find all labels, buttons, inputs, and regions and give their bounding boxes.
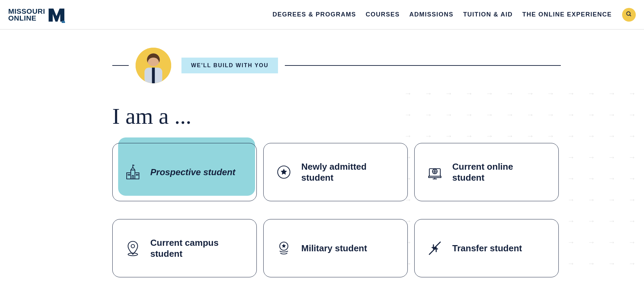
svg-rect-6 (152, 68, 155, 83)
primary-nav: DEGREES & PROGRAMS COURSES ADMISSIONS TU… (273, 11, 612, 18)
search-icon (626, 11, 632, 18)
card-school[interactable]: Prospective student (112, 143, 257, 201)
card-label: Transfer student (452, 243, 522, 254)
tagline-text: WE'LL BUILD WITH YOU (191, 62, 268, 68)
card-pin[interactable]: Current campus student (112, 219, 257, 277)
avatar (136, 48, 171, 83)
nav-experience[interactable]: THE ONLINE EXPERIENCE (522, 11, 612, 18)
tagline-divider-left (112, 65, 129, 66)
computer-icon (426, 164, 443, 180)
logo-line-2: ONLINE (8, 15, 45, 22)
star-icon (275, 164, 292, 180)
card-transfer[interactable]: Transfer student (414, 219, 559, 277)
card-military[interactable]: Military student (263, 219, 408, 277)
identify-cards: Prospective studentNewly admitted studen… (112, 143, 644, 277)
identify-heading: I am a ... (112, 103, 644, 129)
school-icon (124, 164, 141, 180)
military-icon (275, 240, 292, 256)
card-star[interactable]: Newly admitted student (263, 143, 408, 201)
identify-section: WE'LL BUILD WITH YOU I am a ... Prospect… (0, 29, 644, 277)
site-header: MISSOURI ONLINE DEGREES & PROGRAMS COURS… (0, 0, 644, 29)
logo-link[interactable]: MISSOURI ONLINE (8, 7, 66, 23)
logo-text: MISSOURI ONLINE (8, 8, 45, 22)
svg-point-1 (627, 12, 630, 15)
transfer-icon (426, 240, 443, 256)
pin-icon (124, 240, 141, 256)
logo-mark-icon (47, 7, 66, 23)
card-label: Prospective student (150, 167, 236, 178)
tagline-badge: WE'LL BUILD WITH YOU (181, 58, 278, 73)
nav-tuition[interactable]: TUITION & AID (463, 11, 513, 18)
nav-degrees[interactable]: DEGREES & PROGRAMS (273, 11, 356, 18)
card-label: Newly admitted student (301, 161, 396, 183)
logo-line-1: MISSOURI (8, 8, 45, 15)
card-computer[interactable]: Current online student (414, 143, 559, 201)
card-label: Current campus student (150, 237, 245, 260)
card-label: Current online student (452, 161, 547, 183)
card-label: Military student (301, 243, 367, 254)
nav-courses[interactable]: COURSES (366, 11, 400, 18)
search-button[interactable] (622, 8, 636, 22)
nav-admissions[interactable]: ADMISSIONS (409, 11, 454, 18)
svg-line-2 (630, 15, 631, 16)
tagline-divider-right (285, 65, 561, 66)
